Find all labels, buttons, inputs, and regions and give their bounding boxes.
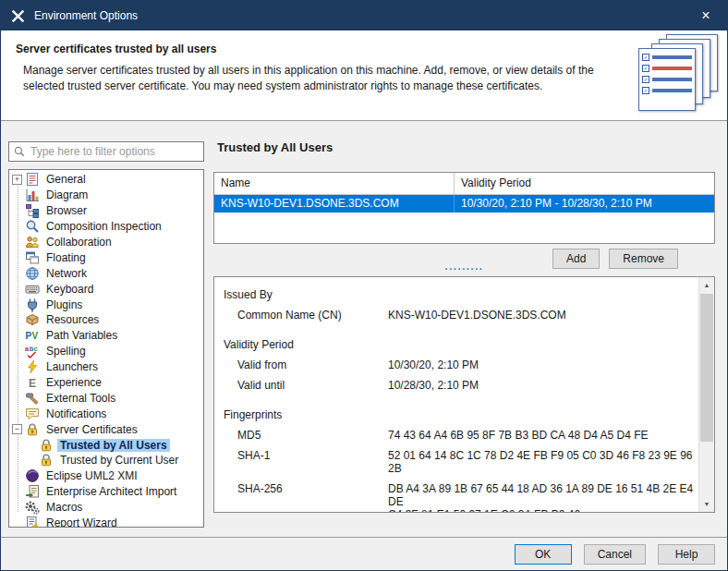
cell-name: KNS-W10-DEV1.DSONE.3DS.COM — [214, 195, 455, 213]
tree-item-diagram[interactable]: Diagram — [12, 188, 203, 203]
tree-item-plugins[interactable]: Plugins — [12, 297, 203, 312]
general-icon — [25, 172, 40, 187]
detail-field-value: DB A4 3A 89 1B 67 65 44 18 AD 36 1A 89 D… — [388, 482, 698, 512]
svg-text:V: V — [32, 331, 39, 341]
certificates-illustration: ✓✓✓✓ — [624, 34, 718, 114]
panel-title: Trusted by All Users — [217, 140, 333, 154]
tree-item-label: Diagram — [43, 188, 91, 201]
tree-item-label: Eclipse UML2 XMI — [43, 469, 140, 482]
tree-item-keyboard[interactable]: Keyboard — [12, 281, 203, 297]
tree-item-experience[interactable]: EExperience — [12, 375, 203, 391]
tree-item-eclipse-uml2-xmi[interactable]: Eclipse UML2 XMI — [12, 468, 203, 484]
tree-spacer — [12, 315, 22, 325]
tree-item-label: Collaboration — [43, 236, 115, 249]
tree-spacer — [12, 190, 22, 200]
tree-spacer — [12, 222, 22, 232]
tree-spacer — [12, 471, 22, 481]
table-row[interactable]: KNS-W10-DEV1.DSONE.3DS.COM10/30/20, 2:10… — [214, 195, 714, 213]
path-variables-icon: PV — [25, 328, 40, 343]
options-sidebar: +GeneralDiagramBrowserComposition Inspec… — [8, 141, 204, 528]
diagram-icon — [25, 188, 40, 202]
tree-item-trusted-by-all-users[interactable]: Trusted by All Users — [12, 437, 203, 453]
tree-item-network[interactable]: Network — [12, 265, 203, 281]
tree-item-label: Notifications — [43, 407, 109, 420]
tree-item-enterprise-architect-import[interactable]: Enterprise Architect Import — [12, 484, 203, 500]
trusted-certificates-panel: Trusted by All Users Name Validity Perio… — [213, 121, 715, 528]
tree-item-browser[interactable]: Browser — [12, 203, 203, 219]
table-header-row: Name Validity Period — [214, 173, 714, 195]
app-logo-icon — [10, 8, 26, 24]
vertical-scrollbar[interactable]: ▲ ▼ — [698, 277, 714, 512]
tree-item-trusted-by-current-user[interactable]: Trusted by Current User — [12, 453, 203, 468]
text-line — [652, 78, 692, 81]
detail-field-label: Common Name (CN) — [237, 309, 388, 322]
detail-section-title: Fingerprints — [224, 408, 698, 421]
detail-field-value: KNS-W10-DEV1.DSONE.3DS.COM — [388, 309, 698, 322]
filter-input[interactable] — [30, 145, 200, 158]
tree-spacer — [12, 284, 22, 294]
splitter-handle[interactable]: ········· — [213, 264, 715, 273]
scroll-down-icon[interactable]: ▼ — [699, 496, 714, 512]
tree-spacer — [26, 456, 36, 466]
tree-item-label: Resources — [43, 313, 102, 326]
tree-item-label: Path Variables — [43, 329, 120, 342]
tree-spacer — [12, 237, 22, 248]
tree-item-macros[interactable]: Macros — [12, 500, 203, 516]
close-button[interactable]: × — [685, 1, 727, 30]
tree-spacer — [12, 393, 22, 403]
filter-options-box[interactable] — [8, 141, 204, 162]
tree-item-external-tools[interactable]: External Tools — [12, 390, 203, 406]
checkbox-icon: ✓ — [642, 87, 649, 94]
tree-spacer — [12, 268, 22, 278]
tree-item-label: External Tools — [43, 392, 118, 405]
column-header-validity-period[interactable]: Validity Period — [455, 173, 714, 194]
collapse-icon[interactable]: − — [12, 424, 22, 434]
tree-item-general[interactable]: +General — [12, 172, 203, 188]
tree-item-label: Report Wizard — [43, 516, 120, 528]
tree-item-label: Network — [43, 267, 90, 280]
illustration-row: ✓ — [642, 76, 692, 83]
tree-item-launchers[interactable]: Launchers — [12, 359, 203, 375]
detail-field-valid-from: Valid from10/30/20, 2:10 PM — [224, 358, 698, 371]
tree-item-resources[interactable]: Resources — [12, 312, 203, 328]
tree-item-label: Plugins — [43, 298, 85, 311]
illustration-row: ✓ — [642, 87, 692, 94]
header-banner: Server certificates trusted by all users… — [1, 30, 727, 121]
tree-item-server-certificates[interactable]: −Server Certificates — [12, 421, 203, 437]
details-panel: Issued ByCommon Name (CN)KNS-W10-DEV1.DS… — [213, 276, 715, 513]
main-content: +GeneralDiagramBrowserComposition Inspec… — [1, 121, 727, 537]
certificates-table: Name Validity Period KNS-W10-DEV1.DSONE.… — [213, 172, 715, 244]
ok-button[interactable]: OK — [515, 544, 572, 565]
tree-spacer — [12, 408, 22, 419]
scroll-up-icon[interactable]: ▲ — [699, 277, 714, 293]
tree-item-notifications[interactable]: Notifications — [12, 406, 203, 421]
tree-spacer — [12, 331, 22, 341]
tree-spacer — [12, 206, 22, 216]
browser-icon — [25, 203, 40, 218]
cancel-button[interactable]: Cancel — [584, 544, 646, 565]
tree-item-floating[interactable]: Floating — [12, 249, 203, 265]
svg-text:P: P — [26, 331, 32, 341]
tree-item-spelling[interactable]: abcSpelling — [12, 344, 203, 359]
detail-section-validity-period: Validity PeriodValid from10/30/20, 2:10 … — [224, 338, 698, 392]
window-title: Environment Options — [34, 9, 138, 22]
tree-item-label: Server Certificates — [43, 423, 140, 436]
tree-item-composition-inspection[interactable]: Composition Inspection — [12, 219, 203, 235]
tree-spacer — [12, 362, 22, 372]
tree-item-label: Launchers — [43, 360, 101, 373]
column-header-name[interactable]: Name — [214, 173, 455, 194]
header-description: Manage server certificates trusted by al… — [16, 63, 598, 94]
scrollbar-thumb[interactable] — [700, 294, 713, 442]
tree-item-path-variables[interactable]: PVPath Variables — [12, 328, 203, 344]
detail-field-sha-1: SHA-152 01 64 14 8C 1C 78 D2 4E FB F9 05… — [224, 449, 698, 475]
title-bar[interactable]: Environment Options × — [1, 1, 727, 30]
tree-item-label: Composition Inspection — [43, 220, 164, 233]
expand-icon[interactable]: + — [12, 175, 22, 185]
composition-inspection-icon — [25, 219, 40, 234]
tree-item-collaboration[interactable]: Collaboration — [12, 235, 203, 250]
detail-field-md5: MD574 43 64 A4 6B 95 8F 7B B3 BD CA 48 D… — [224, 429, 698, 442]
keyboard-icon — [25, 282, 40, 297]
lock-icon — [39, 438, 54, 453]
tree-item-report-wizard[interactable]: Report Wizard — [12, 516, 203, 528]
help-button[interactable]: Help — [658, 544, 715, 565]
